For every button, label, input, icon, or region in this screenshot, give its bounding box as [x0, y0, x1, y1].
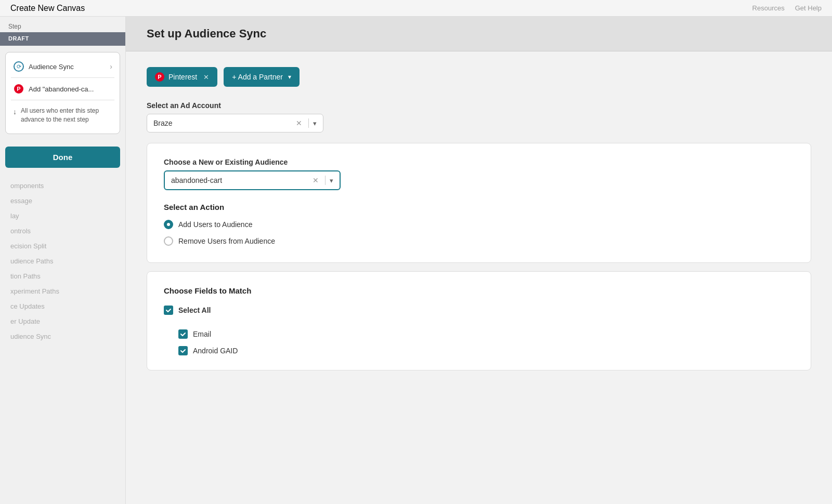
sidebar: Step DRAFT Audience Sync › P Add "abando… — [0, 17, 126, 504]
radio-add-users[interactable]: Add Users to Audience — [164, 220, 794, 229]
top-bar-left: Create New Canvas — [10, 4, 85, 13]
sidebar-nav-ce-updates[interactable]: ce Updates — [0, 299, 125, 314]
checkbox-select-all[interactable]: Select All — [164, 306, 794, 315]
checkbox-android-gaid[interactable]: Android GAID — [178, 346, 794, 355]
top-bar: Create New Canvas Resources Get Help — [0, 0, 832, 17]
audience-section: Choose a New or Existing Audience abando… — [164, 158, 794, 190]
sidebar-nav-controls[interactable]: ontrols — [0, 223, 125, 238]
pinterest-logo-icon: P — [155, 72, 164, 82]
radio-add-users-button[interactable] — [164, 220, 173, 229]
content-area: Set up Audience Sync P Pinterest ✕ + Add… — [126, 17, 832, 504]
sidebar-divider-2 — [11, 100, 114, 100]
select-divider — [308, 118, 309, 128]
pinterest-close-icon[interactable]: ✕ — [203, 73, 209, 81]
choose-audience-label: Choose a New or Existing Audience — [164, 158, 794, 166]
fields-title: Choose Fields to Match — [164, 286, 794, 295]
pinterest-button-label: Pinterest — [168, 73, 197, 81]
top-bar-right: Resources Get Help — [752, 4, 822, 12]
checkbox-email-box[interactable] — [178, 329, 188, 339]
sidebar-item-audience-sync[interactable]: Audience Sync › — [11, 58, 114, 75]
chevron-down-icon: ▾ — [288, 73, 291, 81]
checkbox-select-all-box[interactable] — [164, 306, 173, 315]
radio-remove-users-button[interactable] — [164, 236, 173, 246]
sidebar-nav-audience-sync[interactable]: udience Sync — [0, 329, 125, 344]
action-section: Select an Action Add Users to Audience R… — [164, 203, 794, 246]
action-label: Select an Action — [164, 203, 794, 211]
radio-remove-users[interactable]: Remove Users from Audience — [164, 236, 794, 246]
sidebar-item-pinterest[interactable]: P Add "abandoned-ca... — [11, 80, 114, 98]
checkbox-email-label: Email — [193, 330, 211, 338]
audience-clear-icon[interactable]: ✕ — [313, 176, 319, 184]
checkbox-android-gaid-label: Android GAID — [193, 347, 238, 355]
radio-add-users-label: Add Users to Audience — [178, 220, 252, 229]
checkbox-group: Select All Email — [164, 306, 794, 355]
ad-account-clear-icon[interactable]: ✕ — [296, 119, 302, 127]
radio-group: Add Users to Audience Remove Users from … — [164, 220, 794, 246]
sidebar-nav-experiment-paths[interactable]: xperiment Paths — [0, 284, 125, 299]
ad-account-select[interactable]: Braze ✕ ▾ — [147, 114, 323, 132]
sidebar-card: Audience Sync › P Add "abandoned-ca... ↓… — [5, 52, 120, 134]
sidebar-nav-action-paths[interactable]: tion Paths — [0, 269, 125, 284]
audience-select-divider — [325, 176, 326, 185]
chevron-right-icon: › — [110, 62, 112, 71]
sub-checkboxes: Email Android GAID — [178, 329, 794, 355]
checkbox-select-all-label: Select All — [178, 306, 211, 314]
audience-chevron-icon: ▾ — [330, 177, 333, 184]
audience-select[interactable]: abandoned-cart ✕ ▾ — [164, 170, 341, 190]
sidebar-nav-delay[interactable]: lay — [0, 208, 125, 223]
page-title: Set up Audience Sync — [147, 27, 811, 41]
ad-account-value: Braze — [153, 119, 296, 127]
audience-sync-label: Audience Sync — [29, 63, 74, 71]
content-body: P Pinterest ✕ + Add a Partner ▾ Select a… — [126, 51, 832, 394]
sidebar-nav-decision-split[interactable]: ecision Split — [0, 238, 125, 254]
content-header: Set up Audience Sync — [126, 17, 832, 51]
sidebar-nav-message[interactable]: essage — [0, 193, 125, 208]
pinterest-icon: P — [13, 83, 24, 95]
sidebar-nav-user-update[interactable]: er Update — [0, 314, 125, 329]
main-layout: Step DRAFT Audience Sync › P Add "abando… — [0, 17, 832, 504]
get-help-link[interactable]: Get Help — [795, 4, 822, 12]
sidebar-divider — [11, 77, 114, 78]
checkbox-android-gaid-box[interactable] — [178, 346, 188, 355]
arrow-down-icon: ↓ — [13, 107, 17, 117]
checkbox-email[interactable]: Email — [178, 329, 794, 339]
radio-remove-users-label: Remove Users from Audience — [178, 237, 275, 245]
ad-account-label: Select an Ad Account — [147, 101, 811, 110]
ad-account-chevron-icon: ▾ — [313, 120, 317, 127]
resources-link[interactable]: Resources — [752, 4, 785, 12]
pinterest-label: Add "abandoned-ca... — [29, 85, 94, 93]
audience-action-card: Choose a New or Existing Audience abando… — [147, 143, 811, 263]
add-partner-label: + Add a Partner — [232, 73, 283, 81]
sidebar-nav-audience-paths[interactable]: udience Paths — [0, 254, 125, 269]
partner-buttons: P Pinterest ✕ + Add a Partner ▾ — [147, 67, 811, 87]
ad-account-section: Select an Ad Account Braze ✕ ▾ — [147, 101, 811, 132]
pinterest-button[interactable]: P Pinterest ✕ — [147, 67, 217, 87]
done-button[interactable]: Done — [5, 147, 120, 168]
step-label: Step — [0, 17, 125, 32]
draft-badge: DRAFT — [0, 32, 125, 46]
audience-select-value: abandoned-cart — [171, 176, 313, 184]
add-partner-button[interactable]: + Add a Partner ▾ — [224, 67, 300, 87]
advance-text: All users who enter this step advance to… — [21, 107, 112, 124]
fields-card: Choose Fields to Match Select All — [147, 271, 811, 370]
sidebar-nav-components[interactable]: omponents — [0, 178, 125, 193]
sidebar-nav: omponents essage lay ontrols ecision Spl… — [0, 174, 125, 504]
audience-sync-icon — [13, 61, 24, 72]
advance-text-container: ↓ All users who enter this step advance … — [11, 102, 114, 128]
